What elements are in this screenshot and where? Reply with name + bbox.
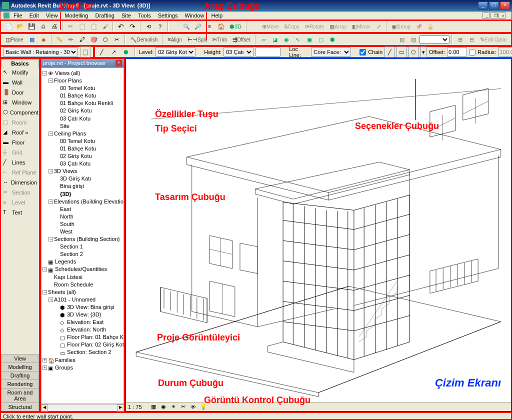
menu-settings[interactable]: Settings <box>155 12 181 19</box>
help-button[interactable]: ? <box>154 21 166 32</box>
solid-button[interactable]: ▣ <box>304 34 315 45</box>
tree-node[interactable]: +🏠Families <box>42 356 122 364</box>
scale-display[interactable]: 1 : 75 <box>128 404 142 410</box>
btn-a[interactable]: ⊞ <box>454 34 466 45</box>
tree-node[interactable]: 01 Bahçe Kotu <box>42 144 122 152</box>
tree-node[interactable]: ◇Elevation: North <box>42 326 122 333</box>
show-button[interactable]: ◆ <box>38 34 49 45</box>
design-tab-roomandarea[interactable]: Room and Area <box>1 388 39 402</box>
design-item-component[interactable]: ⬡Component <box>1 108 39 118</box>
model-graphics-button[interactable]: ◉ <box>159 403 168 411</box>
cut-button[interactable] <box>65 21 76 32</box>
menu-drafting[interactable]: Drafting <box>92 12 118 19</box>
scroll-track[interactable] <box>48 404 117 411</box>
trim-button[interactable]: ✄ Trim <box>210 34 230 45</box>
match-button[interactable]: 🖌 <box>100 21 110 32</box>
tree-toggle[interactable]: − <box>48 169 53 174</box>
detail-level-button[interactable]: ▦ <box>149 403 158 411</box>
menu-help[interactable]: Help <box>208 12 226 19</box>
tree-toggle[interactable]: + <box>42 358 47 362</box>
extrude-button[interactable]: ▱ <box>258 34 269 45</box>
design-item-dimension[interactable]: ↔Dimension <box>1 178 39 188</box>
tree-toggle[interactable]: − <box>48 200 53 204</box>
tree-node[interactable]: ▦Legends <box>42 258 122 265</box>
menu-window[interactable]: Window <box>182 12 207 19</box>
design-item-wall[interactable]: ▬Wall <box>1 78 39 88</box>
tree-toggle[interactable]: − <box>48 132 53 136</box>
joingeom-button[interactable]: ⬡ <box>100 34 111 45</box>
project-browser-tree[interactable]: −👁Views (all)−Floor Plans00 Temel Kotu01… <box>41 68 124 404</box>
height-input[interactable] <box>256 48 280 56</box>
design-tab-rendering[interactable]: Rendering <box>1 380 39 388</box>
chain-checkbox[interactable] <box>360 49 366 56</box>
tree-node[interactable]: Section 2 <box>42 250 122 258</box>
new-button[interactable] <box>3 21 14 32</box>
type-selector[interactable]: Basic Wall : Retaining - 300mm Conc <box>3 48 78 56</box>
pick-button[interactable]: 🎯 <box>88 34 100 45</box>
dyn-view-button[interactable]: ⟲ <box>143 21 154 32</box>
split-button[interactable]: ⊢⊣ Split <box>185 34 210 45</box>
scroll-left-button[interactable]: ◀ <box>41 404 48 412</box>
tree-node[interactable]: {3D} <box>42 190 122 198</box>
tree-node[interactable]: ⬢3D View: {3D} <box>42 310 122 318</box>
menu-file[interactable]: File <box>10 12 26 19</box>
tree-toggle[interactable]: − <box>48 78 53 83</box>
menu-site[interactable]: Site <box>118 12 134 19</box>
poly-mode-button[interactable]: ⬠ <box>408 46 418 58</box>
hide-button[interactable]: 👁 <box>189 403 198 411</box>
tree-node[interactable]: Site <box>42 122 122 130</box>
design-tab-structural[interactable]: Structural <box>1 402 39 411</box>
tree-node[interactable]: −Floor Plans <box>42 76 122 84</box>
tree-node[interactable]: Room Schedule <box>42 280 122 288</box>
tree-node[interactable]: −Elevations (Building Elevation) <box>42 198 122 205</box>
tree-node[interactable]: ⬢3D View: Bina girişi <box>42 303 122 310</box>
tree-node[interactable]: −Sections (Building Section) <box>42 235 122 242</box>
tree-node[interactable]: −3D Views <box>42 167 122 174</box>
line-mode-button[interactable]: ╱ <box>384 46 394 58</box>
design-item-floor[interactable]: ▬Floor <box>1 138 39 148</box>
menu-modelling[interactable]: Modelling <box>62 12 91 19</box>
minimize-button[interactable]: _ <box>478 2 488 10</box>
tree-node[interactable]: 02 Giriş Kotu <box>42 152 122 160</box>
tree-node[interactable]: South <box>42 220 122 228</box>
pin-button[interactable]: 📌 <box>414 21 424 32</box>
copy-button[interactable] <box>76 21 88 32</box>
design-tab-modelling[interactable]: Modelling <box>1 362 39 371</box>
save-button[interactable] <box>26 21 37 32</box>
tree-node[interactable]: 00 Temel Kotu <box>42 137 122 144</box>
reveal-button[interactable]: 💡 <box>199 403 208 411</box>
doc-control-icon[interactable] <box>4 12 10 18</box>
align-button[interactable]: ≡ Align <box>165 34 184 45</box>
redo-button[interactable] <box>127 21 138 32</box>
rotate-button[interactable]: ⟳ Rotate <box>302 21 326 32</box>
print-button[interactable] <box>49 21 60 32</box>
cutgeom-button[interactable]: ✂ <box>112 34 122 45</box>
design-item-window[interactable]: ⊞Window <box>1 98 39 108</box>
tree-node[interactable]: Kapı Listesi <box>42 273 122 280</box>
undo-button[interactable] <box>116 21 126 32</box>
close-button[interactable]: × <box>500 2 510 10</box>
locline-select[interactable]: Core Face: Int <box>311 48 351 56</box>
tree-node[interactable]: ▭Section: Section 2 <box>42 348 122 356</box>
void-button[interactable]: ▢ <box>316 34 326 45</box>
tree-node[interactable]: +▣Groups <box>42 364 122 371</box>
draw-3d-button[interactable]: ⬢ <box>121 46 131 58</box>
blend-button[interactable]: ◪ <box>270 34 280 45</box>
paste-button[interactable] <box>88 21 99 32</box>
highlight-button[interactable]: 🖍 <box>77 34 88 45</box>
phase-select[interactable] <box>420 36 450 44</box>
array-button[interactable]: ▦ Array <box>327 21 349 32</box>
menu-tools[interactable]: Tools <box>135 12 154 19</box>
move-button[interactable]: ⊕ Move <box>260 21 281 32</box>
saveall-button[interactable]: ⎙ <box>38 21 48 32</box>
tree-node[interactable]: North <box>42 212 122 220</box>
mirror-button[interactable]: ◧ Mirror <box>350 21 372 32</box>
tape-button[interactable]: ✏ <box>66 34 76 45</box>
tree-node[interactable]: 3D Giriş Katı <box>42 174 122 182</box>
demolish-button[interactable]: 🔨 Demolish <box>128 34 160 45</box>
design-tab-basics[interactable]: Basics <box>1 59 39 68</box>
pb-close-button[interactable]: × <box>116 60 122 66</box>
canvas[interactable]: Çizim Ekranı <box>126 59 511 402</box>
scroll-right-button[interactable]: ▶ <box>117 404 124 412</box>
tree-node[interactable]: Section 1 <box>42 242 122 250</box>
